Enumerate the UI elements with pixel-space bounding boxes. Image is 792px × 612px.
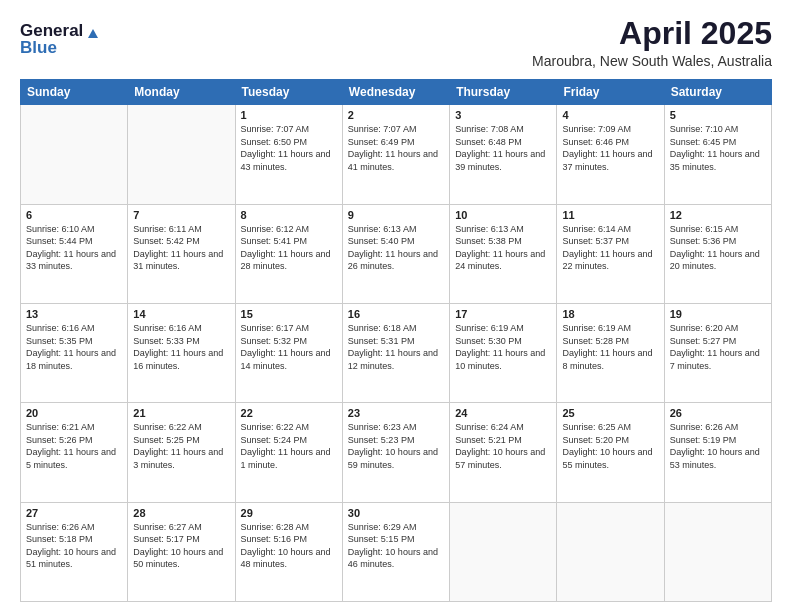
table-row: 27Sunrise: 6:26 AM Sunset: 5:18 PM Dayli… — [21, 502, 128, 601]
day-info: Sunrise: 6:10 AM Sunset: 5:44 PM Dayligh… — [26, 223, 122, 273]
table-row: 11Sunrise: 6:14 AM Sunset: 5:37 PM Dayli… — [557, 204, 664, 303]
day-info: Sunrise: 6:23 AM Sunset: 5:23 PM Dayligh… — [348, 421, 444, 471]
day-info: Sunrise: 7:09 AM Sunset: 6:46 PM Dayligh… — [562, 123, 658, 173]
day-number: 1 — [241, 109, 337, 121]
day-number: 10 — [455, 209, 551, 221]
day-number: 20 — [26, 407, 122, 419]
col-friday: Friday — [557, 80, 664, 105]
week-row-4: 20Sunrise: 6:21 AM Sunset: 5:26 PM Dayli… — [21, 403, 772, 502]
table-row: 25Sunrise: 6:25 AM Sunset: 5:20 PM Dayli… — [557, 403, 664, 502]
day-number: 29 — [241, 507, 337, 519]
day-info: Sunrise: 6:19 AM Sunset: 5:28 PM Dayligh… — [562, 322, 658, 372]
day-info: Sunrise: 6:13 AM Sunset: 5:38 PM Dayligh… — [455, 223, 551, 273]
svg-marker-1 — [88, 29, 98, 38]
day-number: 5 — [670, 109, 766, 121]
table-row — [450, 502, 557, 601]
day-info: Sunrise: 6:25 AM Sunset: 5:20 PM Dayligh… — [562, 421, 658, 471]
col-monday: Monday — [128, 80, 235, 105]
week-row-1: 1Sunrise: 7:07 AM Sunset: 6:50 PM Daylig… — [21, 105, 772, 204]
week-row-3: 13Sunrise: 6:16 AM Sunset: 5:35 PM Dayli… — [21, 303, 772, 402]
day-number: 22 — [241, 407, 337, 419]
day-number: 15 — [241, 308, 337, 320]
day-info: Sunrise: 6:24 AM Sunset: 5:21 PM Dayligh… — [455, 421, 551, 471]
day-number: 26 — [670, 407, 766, 419]
table-row: 16Sunrise: 6:18 AM Sunset: 5:31 PM Dayli… — [342, 303, 449, 402]
logo: General Blue — [20, 16, 110, 56]
day-info: Sunrise: 6:14 AM Sunset: 5:37 PM Dayligh… — [562, 223, 658, 273]
table-row: 17Sunrise: 6:19 AM Sunset: 5:30 PM Dayli… — [450, 303, 557, 402]
day-info: Sunrise: 7:07 AM Sunset: 6:49 PM Dayligh… — [348, 123, 444, 173]
day-info: Sunrise: 7:10 AM Sunset: 6:45 PM Dayligh… — [670, 123, 766, 173]
day-info: Sunrise: 6:12 AM Sunset: 5:41 PM Dayligh… — [241, 223, 337, 273]
day-info: Sunrise: 6:26 AM Sunset: 5:19 PM Dayligh… — [670, 421, 766, 471]
weekday-header-row: Sunday Monday Tuesday Wednesday Thursday… — [21, 80, 772, 105]
day-number: 13 — [26, 308, 122, 320]
day-info: Sunrise: 6:13 AM Sunset: 5:40 PM Dayligh… — [348, 223, 444, 273]
day-number: 24 — [455, 407, 551, 419]
day-info: Sunrise: 6:20 AM Sunset: 5:27 PM Dayligh… — [670, 322, 766, 372]
table-row: 15Sunrise: 6:17 AM Sunset: 5:32 PM Dayli… — [235, 303, 342, 402]
day-number: 3 — [455, 109, 551, 121]
logo-svg: General Blue — [20, 16, 110, 56]
day-info: Sunrise: 6:15 AM Sunset: 5:36 PM Dayligh… — [670, 223, 766, 273]
month-title: April 2025 — [532, 16, 772, 51]
week-row-5: 27Sunrise: 6:26 AM Sunset: 5:18 PM Dayli… — [21, 502, 772, 601]
table-row — [21, 105, 128, 204]
table-row: 3Sunrise: 7:08 AM Sunset: 6:48 PM Daylig… — [450, 105, 557, 204]
table-row: 23Sunrise: 6:23 AM Sunset: 5:23 PM Dayli… — [342, 403, 449, 502]
day-info: Sunrise: 6:16 AM Sunset: 5:33 PM Dayligh… — [133, 322, 229, 372]
table-row: 1Sunrise: 7:07 AM Sunset: 6:50 PM Daylig… — [235, 105, 342, 204]
table-row: 8Sunrise: 6:12 AM Sunset: 5:41 PM Daylig… — [235, 204, 342, 303]
calendar-table: Sunday Monday Tuesday Wednesday Thursday… — [20, 79, 772, 602]
day-number: 8 — [241, 209, 337, 221]
table-row: 22Sunrise: 6:22 AM Sunset: 5:24 PM Dayli… — [235, 403, 342, 502]
table-row: 2Sunrise: 7:07 AM Sunset: 6:49 PM Daylig… — [342, 105, 449, 204]
day-info: Sunrise: 6:27 AM Sunset: 5:17 PM Dayligh… — [133, 521, 229, 571]
table-row: 9Sunrise: 6:13 AM Sunset: 5:40 PM Daylig… — [342, 204, 449, 303]
day-number: 27 — [26, 507, 122, 519]
day-number: 16 — [348, 308, 444, 320]
day-number: 25 — [562, 407, 658, 419]
day-info: Sunrise: 7:07 AM Sunset: 6:50 PM Dayligh… — [241, 123, 337, 173]
col-tuesday: Tuesday — [235, 80, 342, 105]
table-row: 18Sunrise: 6:19 AM Sunset: 5:28 PM Dayli… — [557, 303, 664, 402]
table-row: 14Sunrise: 6:16 AM Sunset: 5:33 PM Dayli… — [128, 303, 235, 402]
table-row: 13Sunrise: 6:16 AM Sunset: 5:35 PM Dayli… — [21, 303, 128, 402]
day-number: 12 — [670, 209, 766, 221]
day-number: 21 — [133, 407, 229, 419]
day-info: Sunrise: 6:16 AM Sunset: 5:35 PM Dayligh… — [26, 322, 122, 372]
col-sunday: Sunday — [21, 80, 128, 105]
day-number: 4 — [562, 109, 658, 121]
day-number: 23 — [348, 407, 444, 419]
table-row: 5Sunrise: 7:10 AM Sunset: 6:45 PM Daylig… — [664, 105, 771, 204]
table-row: 21Sunrise: 6:22 AM Sunset: 5:25 PM Dayli… — [128, 403, 235, 502]
col-thursday: Thursday — [450, 80, 557, 105]
day-number: 11 — [562, 209, 658, 221]
day-number: 28 — [133, 507, 229, 519]
day-number: 9 — [348, 209, 444, 221]
day-info: Sunrise: 6:18 AM Sunset: 5:31 PM Dayligh… — [348, 322, 444, 372]
table-row: 7Sunrise: 6:11 AM Sunset: 5:42 PM Daylig… — [128, 204, 235, 303]
day-number: 19 — [670, 308, 766, 320]
day-info: Sunrise: 6:22 AM Sunset: 5:25 PM Dayligh… — [133, 421, 229, 471]
table-row: 20Sunrise: 6:21 AM Sunset: 5:26 PM Dayli… — [21, 403, 128, 502]
table-row — [557, 502, 664, 601]
title-block: April 2025 Maroubra, New South Wales, Au… — [532, 16, 772, 69]
week-row-2: 6Sunrise: 6:10 AM Sunset: 5:44 PM Daylig… — [21, 204, 772, 303]
table-row: 26Sunrise: 6:26 AM Sunset: 5:19 PM Dayli… — [664, 403, 771, 502]
day-info: Sunrise: 6:19 AM Sunset: 5:30 PM Dayligh… — [455, 322, 551, 372]
table-row — [664, 502, 771, 601]
header: General Blue April 2025 Maroubra, New So… — [20, 16, 772, 69]
table-row: 24Sunrise: 6:24 AM Sunset: 5:21 PM Dayli… — [450, 403, 557, 502]
day-info: Sunrise: 7:08 AM Sunset: 6:48 PM Dayligh… — [455, 123, 551, 173]
day-number: 2 — [348, 109, 444, 121]
table-row: 29Sunrise: 6:28 AM Sunset: 5:16 PM Dayli… — [235, 502, 342, 601]
day-number: 30 — [348, 507, 444, 519]
table-row: 4Sunrise: 7:09 AM Sunset: 6:46 PM Daylig… — [557, 105, 664, 204]
day-info: Sunrise: 6:11 AM Sunset: 5:42 PM Dayligh… — [133, 223, 229, 273]
day-number: 18 — [562, 308, 658, 320]
svg-text:Blue: Blue — [20, 38, 57, 56]
day-number: 17 — [455, 308, 551, 320]
table-row — [128, 105, 235, 204]
day-info: Sunrise: 6:28 AM Sunset: 5:16 PM Dayligh… — [241, 521, 337, 571]
